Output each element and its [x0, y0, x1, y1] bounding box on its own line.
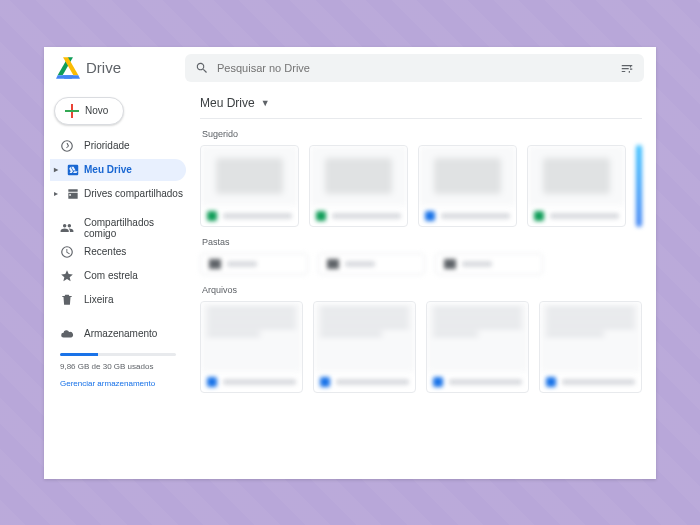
file-card[interactable] [539, 301, 642, 393]
main: Meu Drive ▼ Sugerido Pastas Arquivos [192, 89, 656, 479]
suggested-card[interactable] [200, 145, 299, 227]
topbar: Drive [44, 47, 656, 89]
plus-icon [65, 104, 79, 118]
suggested-card[interactable] [309, 145, 408, 227]
folders-row [200, 253, 642, 275]
sidebar-item-trash[interactable]: Lixeira [50, 289, 186, 311]
sidebar-item-label: Lixeira [84, 294, 113, 305]
docs-icon [546, 377, 556, 387]
new-button[interactable]: Novo [54, 97, 124, 125]
people-icon [60, 221, 74, 235]
folder-item[interactable] [200, 253, 308, 275]
suggested-row [200, 145, 642, 227]
docs-icon [320, 377, 330, 387]
file-card[interactable] [313, 301, 416, 393]
sidebar-item-starred[interactable]: Com estrela [50, 265, 186, 287]
brand[interactable]: Drive [56, 57, 121, 79]
sheets-icon [316, 211, 326, 221]
sidebar-item-label: Compartilhados comigo [84, 217, 186, 239]
sidebar-item-label: Drives compartilhados [84, 188, 183, 199]
shared-drives-icon [66, 187, 80, 201]
sidebar-item-label: Recentes [84, 246, 126, 257]
sidebar-item-my-drive[interactable]: ▸ Meu Drive [50, 159, 186, 181]
storage-used-text: 9,86 GB de 30 GB usados [50, 362, 186, 371]
brand-name: Drive [86, 59, 121, 76]
folder-item[interactable] [318, 253, 426, 275]
app-window: Drive Novo Prioridade [44, 47, 656, 479]
sidebar: Novo Prioridade ▸ Meu Drive ▸ [44, 89, 192, 479]
clock-icon [60, 245, 74, 259]
suggested-overflow[interactable] [636, 145, 642, 227]
suggested-card[interactable] [418, 145, 517, 227]
sidebar-item-storage[interactable]: Armazenamento [50, 323, 186, 345]
breadcrumb-label: Meu Drive [200, 96, 255, 110]
section-label-folders: Pastas [202, 237, 642, 247]
folder-icon [444, 259, 456, 269]
sheets-icon [534, 211, 544, 221]
chevron-down-icon: ▼ [261, 98, 270, 108]
section-label-files: Arquivos [202, 285, 642, 295]
files-grid [200, 301, 642, 393]
search-icon [195, 61, 209, 75]
search-input[interactable] [217, 62, 612, 74]
file-card[interactable] [200, 301, 303, 393]
folder-icon [327, 259, 339, 269]
drive-logo-icon [56, 57, 80, 79]
sheets-icon [207, 211, 217, 221]
folder-item[interactable] [435, 253, 543, 275]
section-label-suggested: Sugerido [202, 129, 642, 139]
sidebar-item-label: Prioridade [84, 140, 130, 151]
expand-icon[interactable]: ▸ [54, 189, 62, 198]
new-button-label: Novo [85, 105, 108, 116]
sidebar-item-label: Com estrela [84, 270, 138, 281]
file-card[interactable] [426, 301, 529, 393]
storage-bar [60, 353, 176, 356]
expand-icon[interactable]: ▸ [54, 165, 62, 174]
sidebar-item-label: Armazenamento [84, 328, 157, 339]
search-options-icon[interactable] [620, 61, 634, 75]
priority-icon [60, 139, 74, 153]
docs-icon [425, 211, 435, 221]
layout: Novo Prioridade ▸ Meu Drive ▸ [44, 89, 656, 479]
docs-icon [207, 377, 217, 387]
folder-icon [209, 259, 221, 269]
trash-icon [60, 293, 74, 307]
search-bar[interactable] [185, 54, 644, 82]
breadcrumb[interactable]: Meu Drive ▼ [200, 89, 642, 119]
sidebar-item-shared-with-me[interactable]: Compartilhados comigo [50, 217, 186, 239]
sidebar-item-label: Meu Drive [84, 164, 132, 175]
sidebar-item-priority[interactable]: Prioridade [50, 135, 186, 157]
docs-icon [433, 377, 443, 387]
sidebar-item-shared-drives[interactable]: ▸ Drives compartilhados [50, 183, 186, 205]
my-drive-icon [66, 163, 80, 177]
sidebar-item-recent[interactable]: Recentes [50, 241, 186, 263]
manage-storage-link[interactable]: Gerenciar armazenamento [50, 379, 186, 388]
star-icon [60, 269, 74, 283]
cloud-icon [60, 327, 74, 341]
suggested-card[interactable] [527, 145, 626, 227]
